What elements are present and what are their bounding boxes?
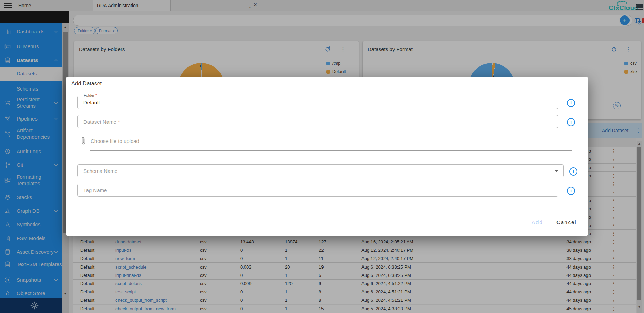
add-dataset-dialog: Add Dataset Folder * Default i Dataset N… [66, 77, 588, 236]
info-icon[interactable]: i [567, 99, 575, 107]
info-icon[interactable]: i [567, 118, 575, 126]
file-upload-underline [90, 150, 572, 151]
folder-value: Default [83, 96, 100, 109]
paperclip-icon [79, 136, 88, 146]
schema-name-select[interactable]: Schema Name [77, 164, 564, 177]
dialog-title: Add Dataset [71, 81, 102, 87]
folder-field[interactable]: Folder * Default [77, 96, 558, 109]
info-icon[interactable]: i [569, 167, 577, 176]
app-window: Home RDA Administration ⋮ × CfxCloud Das… [0, 0, 644, 313]
add-button-disabled[interactable]: Add [532, 218, 543, 227]
file-upload-field[interactable]: Choose file to upload [91, 138, 139, 144]
dataset-name-field[interactable]: Dataset Name * [77, 115, 558, 128]
cancel-button[interactable]: Cancel [556, 218, 577, 227]
tag-name-field[interactable]: Tag Name [77, 184, 558, 197]
dropdown-arrow-icon [555, 170, 558, 172]
info-icon[interactable]: i [567, 187, 575, 195]
